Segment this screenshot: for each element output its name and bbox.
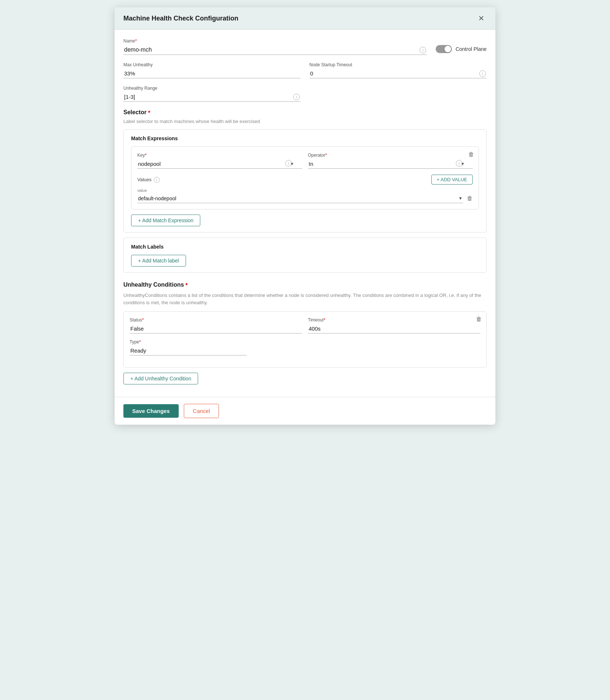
selector-title: Selector: [123, 109, 146, 116]
control-plane-toggle[interactable]: [436, 45, 452, 53]
max-unhealthy-row: Max Unhealthy Node Startup Timeout i: [123, 62, 487, 78]
add-match-label-button[interactable]: + Add Match label: [131, 255, 186, 267]
add-value-button[interactable]: + ADD VALUE: [431, 175, 473, 185]
status-field: Status*: [130, 317, 302, 334]
match-labels-title: Match Labels: [131, 244, 479, 250]
node-startup-timeout-label: Node Startup Timeout: [309, 62, 487, 67]
operator-field: Operator* In i: [308, 153, 473, 169]
value-select[interactable]: default-nodepool: [137, 194, 463, 203]
key-field: Key* nodepool i: [137, 153, 302, 169]
key-select[interactable]: nodepool: [137, 159, 302, 169]
type-row: Type*: [130, 339, 480, 355]
name-field: Name* i: [123, 38, 427, 55]
modal-title: Machine Health Check Configuration: [123, 15, 238, 22]
name-input[interactable]: [123, 45, 427, 55]
type-label: Type*: [130, 339, 247, 345]
unhealthy-range-row: Unhealthy Range i: [123, 86, 487, 102]
body-bottom-spacer: [123, 390, 487, 397]
operator-label: Operator*: [308, 153, 473, 158]
type-input[interactable]: [130, 346, 247, 355]
close-button[interactable]: ✕: [476, 14, 487, 23]
expression-block: 🗑 Key* nodepool i: [131, 146, 479, 209]
modal-container: Machine Health Check Configuration ✕ Nam…: [115, 7, 495, 425]
modal-footer: Save Changes Cancel: [115, 397, 495, 425]
toggle-knob: [445, 46, 451, 52]
unhealthy-section: Unhealthy Conditions * UnhealthyConditio…: [123, 282, 487, 384]
key-select-wrapper: nodepool: [137, 159, 302, 169]
unhealthy-description: UnhealthyConditions contains a list of t…: [123, 292, 487, 306]
value-input-row: value default-nodepool 🗑: [137, 188, 473, 203]
values-label: Values i: [137, 177, 160, 183]
control-plane-toggle-area: Control Plane: [436, 38, 487, 53]
match-expressions-card: Match Expressions 🗑 Key* nodepool: [123, 129, 487, 232]
condition-delete-icon[interactable]: 🗑: [476, 316, 482, 323]
values-info-icon: i: [154, 177, 160, 183]
operator-select[interactable]: In: [308, 159, 473, 169]
unhealthy-range-info-icon: i: [293, 94, 300, 100]
add-unhealthy-condition-button[interactable]: + Add Unhealthy Condition: [123, 373, 198, 384]
modal-body: Name* i Control Plane Max Unhealthy Node…: [115, 30, 495, 397]
operator-select-wrapper: In: [308, 159, 473, 169]
max-unhealthy-field: Max Unhealthy: [123, 62, 301, 78]
value-field: value default-nodepool: [137, 188, 463, 203]
match-labels-card: Match Labels + Add Match label: [123, 238, 487, 273]
key-operator-row: Key* nodepool i Ope: [137, 153, 473, 169]
modal-header: Machine Health Check Configuration ✕: [115, 7, 495, 30]
max-unhealthy-input[interactable]: [123, 69, 301, 78]
node-startup-timeout-field: Node Startup Timeout i: [309, 62, 487, 78]
selector-description: Label selector to match machines whose h…: [123, 119, 487, 124]
key-label: Key*: [137, 153, 302, 158]
selector-section: Selector * Label selector to match machi…: [123, 109, 487, 273]
match-expressions-title: Match Expressions: [131, 135, 479, 141]
add-match-expression-button[interactable]: + Add Match Expression: [131, 215, 200, 226]
status-timeout-row: Status* Timeout*: [130, 317, 480, 334]
value-select-wrapper: default-nodepool: [137, 194, 463, 203]
timeout-input[interactable]: [308, 324, 480, 334]
unhealthy-range-label: Unhealthy Range: [123, 86, 301, 91]
key-info-icon: i: [285, 160, 292, 167]
status-label: Status*: [130, 317, 302, 323]
selector-required: *: [148, 110, 150, 116]
type-field: Type*: [130, 339, 247, 355]
unhealthy-range-field: Unhealthy Range i: [123, 86, 301, 102]
unhealthy-title: Unhealthy Conditions: [123, 282, 184, 288]
save-changes-button[interactable]: Save Changes: [123, 404, 179, 418]
condition-block: 🗑 Status* Timeout*: [123, 311, 487, 368]
cancel-button[interactable]: Cancel: [184, 404, 219, 418]
max-unhealthy-label: Max Unhealthy: [123, 62, 301, 67]
operator-info-icon: i: [456, 160, 462, 167]
control-plane-label: Control Plane: [455, 46, 487, 52]
value-label: value: [137, 188, 463, 193]
node-startup-timeout-input[interactable]: [309, 69, 487, 78]
unhealthy-required: *: [185, 282, 187, 289]
timeout-label: Timeout*: [308, 317, 480, 323]
unhealthy-range-input[interactable]: [123, 92, 301, 102]
timeout-field: Timeout*: [308, 317, 480, 334]
name-row: Name* i Control Plane: [123, 38, 487, 55]
value-delete-icon[interactable]: 🗑: [467, 195, 473, 202]
values-row: Values i + ADD VALUE: [137, 175, 473, 185]
status-input[interactable]: [130, 324, 302, 334]
name-label: Name*: [123, 38, 427, 44]
node-startup-info-icon: i: [479, 70, 486, 77]
